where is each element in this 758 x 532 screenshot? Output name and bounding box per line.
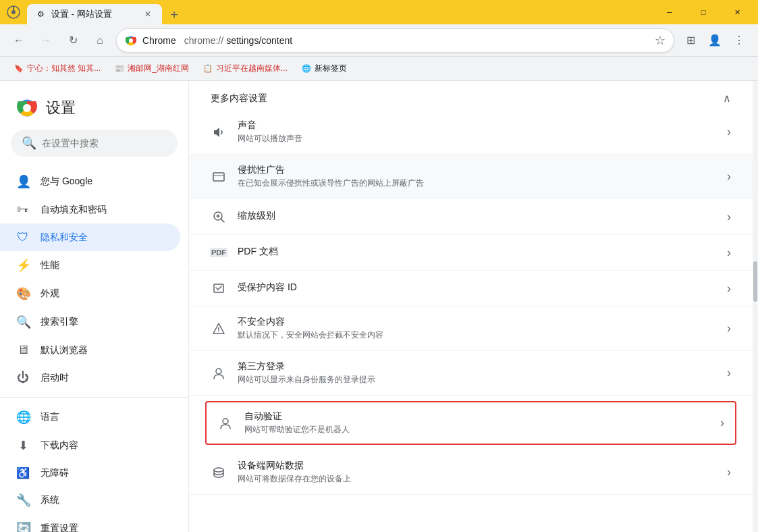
bookmark-favicon-2: 📋	[202, 63, 213, 74]
sidebar-item-downloads[interactable]: ⬇ 下载内容	[0, 431, 180, 460]
restore-button[interactable]: □	[688, 1, 719, 23]
sidebar: 设置 🔍 👤 您与 Google 🗝 自动填充和密码 🛡 隐私和安全 ⚡ 性能 …	[0, 81, 189, 532]
browser-icon: 🖥	[16, 343, 30, 357]
close-button[interactable]: ✕	[722, 1, 753, 23]
collapse-button[interactable]: ∧	[723, 92, 731, 105]
tab-close-button[interactable]: ✕	[142, 8, 154, 20]
bookmark-star[interactable]: ☆	[655, 33, 666, 48]
sidebar-item-autofill[interactable]: 🗝 自动填充和密码	[0, 196, 180, 223]
home-button[interactable]: ⌂	[89, 30, 111, 51]
bookmark-label-0: 宁心：知其然 知其...	[27, 63, 101, 74]
sidebar-item-startup[interactable]: ⏻ 启动时	[0, 364, 180, 392]
svg-line-10	[221, 219, 224, 222]
scrollbar-thumb[interactable]	[753, 261, 757, 302]
profile-button[interactable]: 👤	[704, 30, 726, 51]
setting-item-auto-verify[interactable]: 自动验证 网站可帮助验证您不是机器人 ›	[205, 401, 736, 445]
ads-desc: 在已知会展示侵扰性或误导性广告的网站上屏蔽广告	[238, 178, 716, 189]
ads-icon	[211, 169, 227, 185]
sidebar-label-google: 您与 Google	[40, 176, 92, 188]
bookmark-item-3[interactable]: 🌐 新标签页	[296, 60, 352, 77]
sidebar-label-language: 语言	[40, 411, 59, 423]
scrollbar-track[interactable]	[753, 81, 758, 532]
ads-arrow: ›	[727, 169, 731, 184]
active-tab[interactable]: ⚙ 设置 - 网站设置 ✕	[27, 4, 162, 24]
appearance-icon: 🎨	[16, 286, 30, 301]
sidebar-item-performance[interactable]: ⚡ 性能	[0, 251, 180, 280]
reload-button[interactable]: ↻	[62, 30, 84, 51]
forward-button[interactable]: →	[35, 30, 57, 51]
sidebar-item-privacy[interactable]: 🛡 隐私和安全	[0, 223, 180, 251]
key-icon: 🗝	[16, 203, 30, 217]
reset-icon: 🔄	[16, 521, 30, 532]
sidebar-label-performance: 性能	[40, 259, 59, 271]
setting-item-insecure[interactable]: 不安全内容 默认情况下，安全网站会拦截不安全内容 ›	[189, 307, 753, 351]
sidebar-label-accessibility: 无障碍	[40, 467, 69, 479]
search-bar[interactable]: 🔍	[11, 130, 178, 157]
zoom-text: 缩放级别	[238, 210, 716, 223]
bookmark-item-1[interactable]: 📰 湘邮网_湖南红网	[109, 60, 194, 77]
setting-item-ads[interactable]: 侵扰性广告 在已知会展示侵扰性或误导性广告的网站上屏蔽广告 ›	[189, 155, 753, 199]
new-tab-button[interactable]: +	[165, 5, 184, 24]
startup-icon: ⏻	[16, 371, 30, 385]
bookmark-item-2[interactable]: 📋 习近平在越南媒体...	[197, 60, 293, 77]
bookmark-item-0[interactable]: 🔖 宁心：知其然 知其...	[8, 60, 106, 77]
setting-item-zoom[interactable]: 缩放级别 ›	[189, 199, 753, 235]
pdf-title: PDF 文档	[238, 246, 716, 258]
protected-icon	[211, 280, 227, 296]
sidebar-item-appearance[interactable]: 🎨 外观	[0, 280, 180, 308]
setting-item-sound[interactable]: 声音 网站可以播放声音 ›	[189, 110, 753, 155]
address-scheme: chrome://	[184, 35, 223, 46]
sound-icon	[211, 124, 227, 140]
search-input[interactable]	[42, 138, 167, 149]
sidebar-item-search[interactable]: 🔍 搜索引擎	[0, 308, 180, 336]
sidebar-item-browser[interactable]: 🖥 默认浏览器	[0, 336, 180, 364]
setting-item-protected[interactable]: 受保护内容 ID ›	[189, 271, 753, 307]
third-party-login-desc: 网站可以显示来自身份服务的登录提示	[238, 374, 716, 385]
menu-button[interactable]: ⋮	[728, 30, 750, 51]
svg-point-16	[216, 369, 221, 374]
chrome-logo	[16, 97, 38, 119]
section-header-title: 更多内容设置	[211, 92, 267, 105]
minimize-button[interactable]: ─	[654, 1, 685, 23]
search-icon: 🔍	[22, 136, 36, 151]
extensions-button[interactable]: ⊞	[680, 30, 701, 51]
third-party-login-title: 第三方登录	[238, 361, 716, 373]
ads-text: 侵扰性广告 在已知会展示侵扰性或误导性广告的网站上屏蔽广告	[238, 164, 716, 189]
sidebar-item-google[interactable]: 👤 您与 Google	[0, 167, 180, 196]
setting-item-pdf[interactable]: PDF PDF 文档 ›	[189, 235, 753, 271]
back-button[interactable]: ←	[8, 30, 30, 51]
sidebar-item-accessibility[interactable]: ♿ 无障碍	[0, 460, 180, 486]
setting-item-third-party-login[interactable]: 第三方登录 网站可以显示来自身份服务的登录提示 ›	[189, 351, 753, 396]
sidebar-label-downloads: 下载内容	[40, 440, 78, 452]
third-party-login-text: 第三方登录 网站可以显示来自身份服务的登录提示	[238, 361, 716, 385]
device-data-desc: 网站可将数据保存在您的设备上	[238, 473, 716, 485]
pdf-text: PDF 文档	[238, 246, 716, 259]
settings-title: 设置	[46, 98, 76, 118]
zoom-title: 缩放级别	[238, 210, 716, 222]
svg-point-15	[218, 331, 219, 332]
sidebar-label-autofill: 自动填充和密码	[40, 204, 107, 216]
downloads-icon: ⬇	[16, 438, 30, 453]
insecure-title: 不安全内容	[238, 316, 716, 328]
sound-desc: 网站可以播放声音	[238, 133, 716, 144]
address-text: Chrome chrome://settings/content	[142, 35, 292, 46]
bookmark-label-2: 习近平在越南媒体...	[216, 63, 288, 74]
insecure-desc: 默认情况下，安全网站会拦截不安全内容	[238, 329, 716, 341]
bookmarks-bar: 🔖 宁心：知其然 知其... 📰 湘邮网_湖南红网 📋 习近平在越南媒体... …	[0, 57, 758, 81]
third-party-login-arrow: ›	[727, 366, 731, 380]
ads-title: 侵扰性广告	[238, 164, 716, 176]
sidebar-item-reset[interactable]: 🔄 重置设置	[0, 514, 180, 532]
sidebar-label-browser: 默认浏览器	[40, 344, 88, 356]
chrome-icon	[125, 34, 137, 47]
sidebar-item-language[interactable]: 🌐 语言	[0, 403, 180, 431]
chrome-menu-button[interactable]	[5, 4, 22, 20]
settings-logo: 设置	[0, 92, 188, 130]
setting-item-device-data[interactable]: 设备端网站数据 网站可将数据保存在您的设备上 ›	[189, 450, 753, 495]
titlebar: ⚙ 设置 - 网站设置 ✕ + ─ □ ✕	[0, 0, 758, 24]
sound-arrow: ›	[727, 125, 731, 139]
device-data-text: 设备端网站数据 网站可将数据保存在您的设备上	[238, 460, 716, 485]
svg-point-1	[11, 10, 16, 14]
address-bar[interactable]: Chrome chrome://settings/content ☆	[116, 28, 674, 53]
sidebar-item-system[interactable]: 🔧 系统	[0, 486, 180, 514]
sidebar-label-system: 系统	[40, 494, 59, 506]
